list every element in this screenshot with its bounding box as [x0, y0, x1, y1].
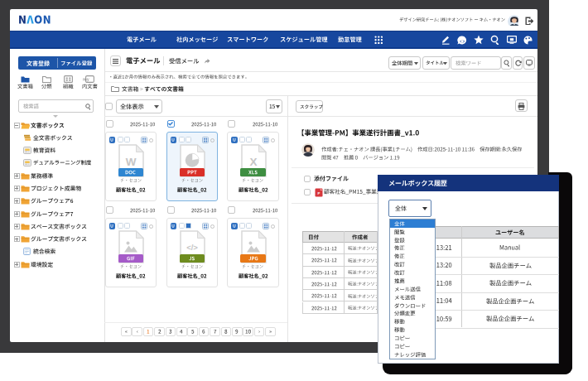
- svg-text:P: P: [317, 191, 320, 195]
- svg-text:W: W: [126, 156, 137, 168]
- svg-text:X: X: [249, 156, 257, 168]
- svg-text:</>: </>: [186, 243, 198, 252]
